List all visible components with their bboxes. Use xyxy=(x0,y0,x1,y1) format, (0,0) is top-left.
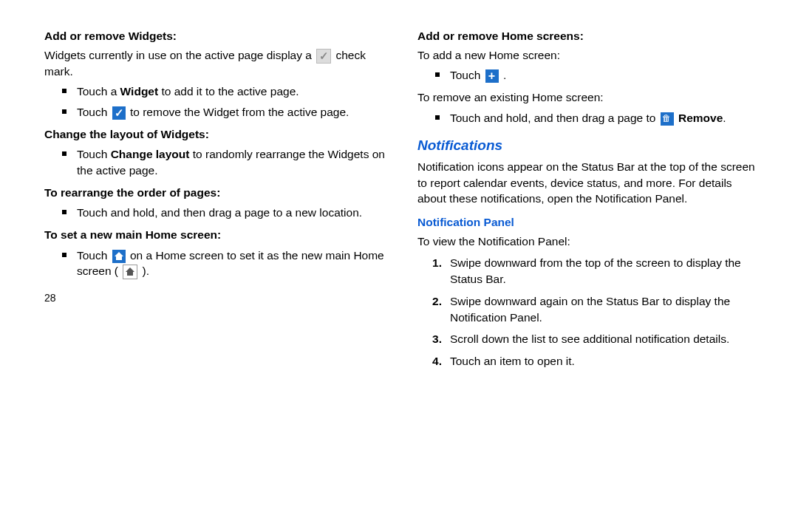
left-column: Add or remove Widgets: Widgets currently… xyxy=(44,22,388,375)
heading-change-layout: Change the layout of Widgets: xyxy=(44,126,388,143)
heading-notifications: Notifications xyxy=(417,136,761,156)
list-item: Touch and hold, and then drag a page to … xyxy=(417,110,761,126)
text: ). xyxy=(139,265,149,277)
change-layout-steps: Touch Change layout to randomly rearrang… xyxy=(44,146,388,178)
text: Touch xyxy=(450,69,484,81)
bold-remove: Remove xyxy=(678,112,723,124)
widgets-intro: Widgets currently in use on the active p… xyxy=(44,47,388,80)
right-column: Add or remove Home screens: To add a new… xyxy=(417,22,761,375)
home-white-icon xyxy=(123,265,137,279)
text: . xyxy=(500,69,507,81)
text: Touch xyxy=(77,106,111,118)
list-item: Swipe downward again on the Status Bar t… xyxy=(417,293,761,325)
text: Touch xyxy=(77,249,111,262)
list-item: Touch . xyxy=(417,67,761,83)
notifications-body: Notification icons appear on the Status … xyxy=(417,159,761,207)
main-home-steps: Touch on a Home screen to set it as the … xyxy=(44,248,388,280)
list-item: Swipe downward from the top of the scree… xyxy=(417,255,761,287)
list-item: Touch to remove the Widget from the acti… xyxy=(44,104,388,120)
text: Widgets currently in use on the active p… xyxy=(44,49,315,61)
heading-main-home: To set a new main Home screen: xyxy=(44,227,388,243)
text: Touch and hold, and then drag a page to xyxy=(450,112,659,124)
home-blue-icon xyxy=(112,250,126,263)
text: Touch a xyxy=(77,85,120,98)
bold-change-layout: Change layout xyxy=(111,148,190,160)
text: Touch xyxy=(77,148,111,160)
checkmark-gray-icon xyxy=(316,49,331,64)
page-columns: Add or remove Widgets: Widgets currently… xyxy=(44,22,761,375)
list-item: Touch and hold, and then drag a page to … xyxy=(44,205,388,221)
add-home-intro: To add a new Home screen: xyxy=(417,47,761,64)
add-home-steps: Touch . xyxy=(417,67,761,83)
plus-icon xyxy=(485,69,499,83)
heading-rearrange-pages: To rearrange the order of pages: xyxy=(44,185,388,201)
checkmark-blue-icon xyxy=(112,106,126,120)
widget-steps: Touch a Widget to add it to the active p… xyxy=(44,83,388,120)
text: to remove the Widget from the active pag… xyxy=(127,106,349,118)
trash-icon xyxy=(661,112,674,126)
heading-add-remove-widgets: Add or remove Widgets: xyxy=(44,28,388,44)
text: . xyxy=(723,112,726,124)
text: to add it to the active page. xyxy=(158,85,299,98)
np-intro: To view the Notification Panel: xyxy=(417,233,761,250)
list-item: Touch a Widget to add it to the active p… xyxy=(44,83,388,100)
list-item: Touch Change layout to randomly rearrang… xyxy=(44,146,388,178)
remove-home-steps: Touch and hold, and then drag a page to … xyxy=(417,110,761,126)
np-steps: Swipe downward from the top of the scree… xyxy=(417,255,761,369)
list-item: Touch an item to open it. xyxy=(417,353,761,369)
bold-widget: Widget xyxy=(120,85,159,98)
remove-home-intro: To remove an existing Home screen: xyxy=(417,89,761,106)
page-number: 28 xyxy=(44,291,388,306)
heading-notification-panel: Notification Panel xyxy=(417,214,761,231)
rearrange-steps: Touch and hold, and then drag a page to … xyxy=(44,205,388,221)
list-item: Touch on a Home screen to set it as the … xyxy=(44,248,388,280)
list-item: Scroll down the list to see additional n… xyxy=(417,331,761,347)
heading-add-remove-home: Add or remove Home screens: xyxy=(417,28,761,44)
